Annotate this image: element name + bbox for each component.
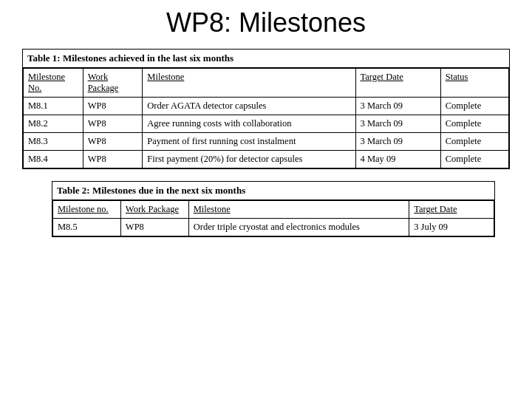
table1-cell-ms: M8.2: [24, 115, 83, 133]
table1-cell-milestone: First payment (20%) for detector capsule…: [143, 151, 355, 168]
table2: Milestone no. Work Package Milestone Tar…: [52, 200, 494, 236]
table2-header-target: Target Date: [409, 201, 494, 219]
table1-row: M8.4 WP8 First payment (20%) for detecto…: [24, 151, 509, 168]
table2-header-ms: Milestone no.: [53, 201, 121, 219]
table1-cell-target: 3 March 09: [355, 133, 440, 151]
table1-row: M8.2 WP8 Agree running costs with collab…: [24, 115, 509, 133]
table1-cell-milestone: Payment of first running cost instalment: [143, 133, 355, 151]
table1-header-wp: Work Package: [83, 69, 143, 98]
table1-cell-ms: M8.4: [24, 151, 83, 168]
table1-header-status: Status: [440, 69, 508, 98]
table1-cell-wp: WP8: [83, 133, 143, 151]
table2-cell-wp: WP8: [120, 219, 188, 236]
table2-header-wp: Work Package: [120, 201, 188, 219]
table1-cell-milestone: Order AGATA detector capsules: [143, 98, 355, 115]
table1-cell-ms: M8.1: [24, 98, 83, 115]
table1-cell-target: 3 March 09: [355, 98, 440, 115]
table1-cell-wp: WP8: [83, 115, 143, 133]
table1-cell-wp: WP8: [83, 98, 143, 115]
table1-cell-ms: M8.3: [24, 133, 83, 151]
table2-header-milestone: Milestone: [188, 201, 409, 219]
table1-cell-wp: WP8: [83, 151, 143, 168]
table1-cell-status: Complete: [440, 115, 508, 133]
table1-cell-target: 4 May 09: [355, 151, 440, 168]
table1-container: Table 1: Milestones achieved in the last…: [22, 49, 510, 169]
table1-cell-status: Complete: [440, 98, 508, 115]
table1-cell-target: 3 March 09: [355, 115, 440, 133]
table1-header-ms: Milestone No.: [24, 69, 83, 98]
table1-header-target: Target Date: [355, 69, 440, 98]
table2-title: Table 2: Milestones due in the next six …: [52, 182, 494, 200]
table1-title: Table 1: Milestones achieved in the last…: [23, 50, 509, 68]
table2-row: M8.5 WP8 Order triple cryostat and elect…: [53, 219, 494, 236]
table1-header-milestone: Milestone: [143, 69, 355, 98]
table1: Milestone No. Work Package Milestone Tar…: [23, 68, 509, 168]
table2-header-row: Milestone no. Work Package Milestone Tar…: [53, 201, 494, 219]
table2-cell-milestone: Order triple cryostat and electronics mo…: [188, 219, 409, 236]
table2-cell-ms: M8.5: [53, 219, 121, 236]
table1-row: M8.3 WP8 Payment of first running cost i…: [24, 133, 509, 151]
table1-header-row: Milestone No. Work Package Milestone Tar…: [24, 69, 509, 98]
table1-cell-milestone: Agree running costs with collaboration: [143, 115, 355, 133]
table1-cell-status: Complete: [440, 133, 508, 151]
table2-cell-target: 3 July 09: [409, 219, 494, 236]
table1-row: M8.1 WP8 Order AGATA detector capsules 3…: [24, 98, 509, 115]
table1-cell-status: Complete: [440, 151, 508, 168]
page-title: WP8: Milestones: [22, 7, 510, 38]
table2-container: Table 2: Milestones due in the next six …: [52, 181, 495, 237]
